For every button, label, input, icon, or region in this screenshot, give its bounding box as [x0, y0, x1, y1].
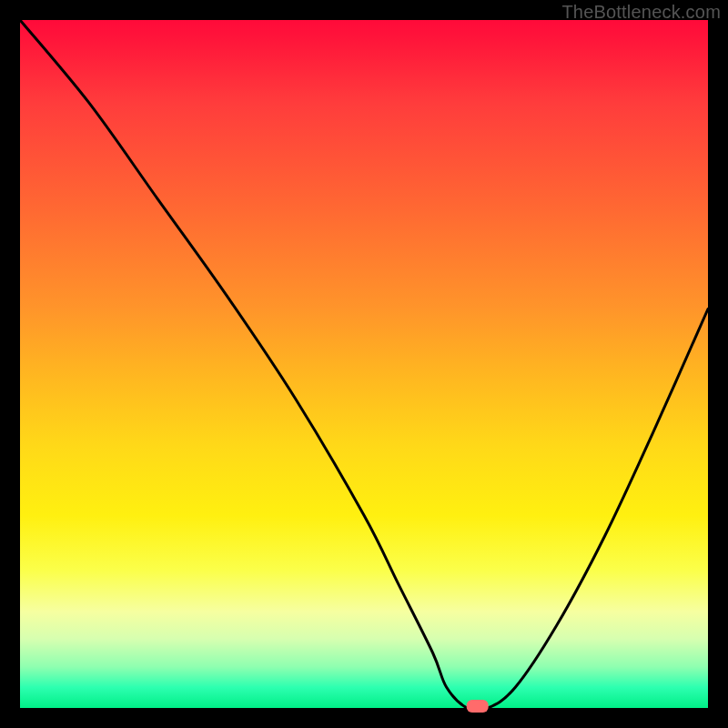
bottleneck-curve [20, 20, 708, 711]
optimum-marker [467, 700, 489, 713]
chart-frame: TheBottleneck.com [0, 0, 728, 728]
curve-layer [20, 20, 708, 708]
plot-area [20, 20, 708, 708]
